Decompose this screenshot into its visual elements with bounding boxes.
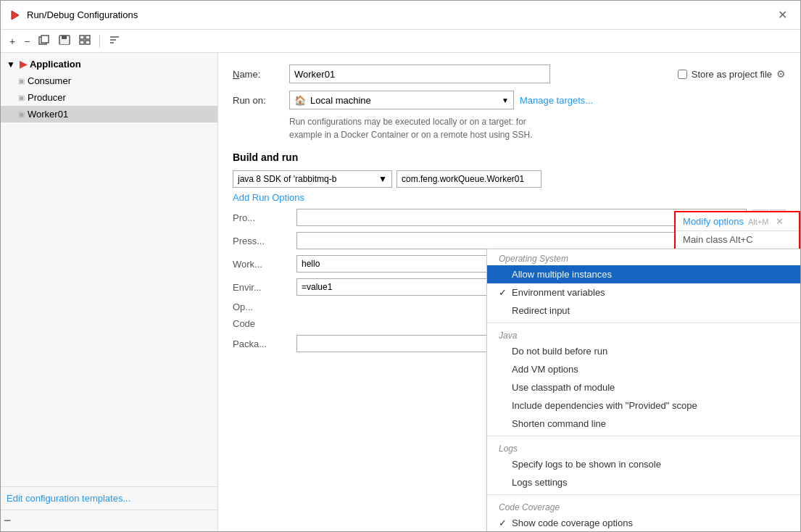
sdk-value: java 8 SDK of 'rabbitmq-b <box>238 174 336 184</box>
class-dropdown[interactable]: com.feng.workQueue.Worker01 <box>397 170 541 188</box>
store-project-file-label: Store as project file <box>692 69 772 80</box>
title-bar-left: Run/Debug Configurations <box>9 9 138 21</box>
menu-item-specify-logs-label: Specify logs to be shown in console <box>512 459 661 470</box>
right-panel: Name: Store as project file ⚙ Run on: 🏠 … <box>218 53 800 531</box>
tree-group-label: Application <box>30 59 81 70</box>
menu-item-logs-settings[interactable]: Logs settings ▶ <box>487 473 800 491</box>
menu-item-do-not-build-label: Do not build before run <box>512 346 607 357</box>
add-run-options-row: Add Run Options <box>233 192 786 203</box>
logs-section-header: Logs <box>487 439 800 455</box>
copy-config-button[interactable] <box>36 33 53 49</box>
menu-item-do-not-build[interactable]: Do not build before run <box>487 342 800 360</box>
menu-item-allow-multiple-label: Allow multiple instances <box>512 269 612 280</box>
sdk-dropdown[interactable]: java 8 SDK of 'rabbitmq-b ▼ <box>233 170 392 188</box>
env-label: Envir... <box>233 282 291 293</box>
main-window: Run/Debug Configurations ✕ + − <box>0 0 801 532</box>
build-run-title: Build and run <box>233 151 786 163</box>
worker01-icon: ▣ <box>18 110 25 118</box>
dropdown-menu: Operating System Allow multiple instance… <box>486 249 800 531</box>
run-on-value: Local machine <box>310 95 371 106</box>
tree-group-application[interactable]: ▼ ▶ Application <box>1 56 217 72</box>
producer-icon: ▣ <box>18 93 25 101</box>
package-label: Packa... <box>233 338 291 349</box>
class-value: com.feng.workQueue.Worker01 <box>402 174 524 184</box>
menu-item-include-deps[interactable]: Include dependencies with "Provided" sco… <box>487 396 800 415</box>
checkmark-env-vars: ✓ <box>499 287 510 298</box>
sidebar-footer: Edit configuration templates... <box>1 486 217 510</box>
menu-item-shorten-cmd[interactable]: Shorten command line <box>487 415 800 433</box>
sdk-row: java 8 SDK of 'rabbitmq-b ▼ com.feng.wor… <box>233 170 786 188</box>
move-to-group-button[interactable] <box>76 33 94 49</box>
modify-options-link[interactable]: Modify options <box>683 216 744 227</box>
toolbar: + − <box>1 30 800 53</box>
run-on-row: Run on: 🏠 Local machine ▼ Manage targets… <box>233 91 786 109</box>
tree-item-worker01[interactable]: ▣ Worker01 <box>1 106 217 122</box>
tree-item-label-producer: Producer <box>28 92 66 103</box>
main-content: ▼ ▶ Application ▣ Consumer ▣ Producer ▣ <box>1 53 800 531</box>
code-label: Code <box>233 318 291 329</box>
application-icon: ▶ <box>20 59 27 70</box>
copy-icon <box>38 35 50 45</box>
consumer-icon: ▣ <box>18 77 25 85</box>
title-bar: Run/Debug Configurations ✕ <box>1 1 800 30</box>
sidebar-spacer <box>1 273 217 486</box>
remove-config-button[interactable]: − <box>21 34 33 49</box>
sort-button[interactable] <box>106 33 123 49</box>
main-class-option[interactable]: Main class Alt+C <box>676 231 799 248</box>
toolbar-separator <box>99 35 100 48</box>
checkmark-show-coverage: ✓ <box>499 518 510 528</box>
os-section-header: Operating System <box>487 249 800 265</box>
menu-item-env-vars[interactable]: ✓ Environment variables <box>487 283 800 302</box>
sdk-dropdown-arrow: ▼ <box>378 174 387 184</box>
sidebar-expand-button[interactable]: − <box>4 513 12 528</box>
tree-item-consumer[interactable]: ▣ Consumer <box>1 72 217 89</box>
name-input[interactable] <box>289 65 550 83</box>
store-checkbox-row: Store as project file ⚙ <box>678 68 786 80</box>
sidebar-bottom-bar: − <box>1 510 217 531</box>
tree-item-producer[interactable]: ▣ Producer <box>1 89 217 106</box>
sort-icon <box>109 35 120 45</box>
separator-2 <box>487 436 800 436</box>
java-section-header: Java <box>487 326 800 342</box>
press-label: Press... <box>233 236 291 246</box>
svg-rect-9 <box>80 41 84 44</box>
run-on-label: Run on: <box>233 95 283 106</box>
app-icon <box>9 9 21 21</box>
menu-item-show-coverage[interactable]: ✓ Show code coverage options <box>487 514 800 531</box>
save-button[interactable] <box>56 33 73 49</box>
modify-options-header: Modify options Alt+M ✕ <box>676 212 799 231</box>
dropdown-arrow-icon: ▼ <box>502 96 509 104</box>
close-button[interactable]: ✕ <box>773 7 792 23</box>
menu-item-env-vars-label: Environment variables <box>512 287 605 298</box>
tree-item-label-consumer: Consumer <box>28 75 71 86</box>
house-icon: 🏠 <box>294 95 306 106</box>
move-icon <box>79 35 91 45</box>
open-option-label: Op... <box>233 302 291 312</box>
add-run-options-button[interactable]: Add Run Options <box>233 192 304 203</box>
add-config-button[interactable]: + <box>7 34 18 49</box>
description-text: Run configurations may be executed local… <box>289 115 786 141</box>
program-label: Pro... <box>233 212 291 223</box>
edit-templates-link[interactable]: Edit configuration templates... <box>7 493 130 504</box>
menu-item-use-classpath-label: Use classpath of module <box>512 382 615 393</box>
menu-item-add-vm[interactable]: Add VM options Alt+V <box>487 360 800 378</box>
cross-icon: ✕ <box>776 216 784 227</box>
menu-item-redirect-input[interactable]: Redirect input <box>487 302 800 320</box>
window-title: Run/Debug Configurations <box>27 9 138 20</box>
expand-icon: ▼ <box>7 59 15 70</box>
run-on-dropdown[interactable]: 🏠 Local machine ▼ <box>289 91 514 109</box>
separator-1 <box>487 323 800 323</box>
svg-marker-0 <box>12 11 19 20</box>
menu-item-logs-settings-label: Logs settings <box>512 477 568 488</box>
menu-item-use-classpath[interactable]: Use classpath of module Alt+O <box>487 378 800 396</box>
menu-item-specify-logs[interactable]: Specify logs to be shown in console <box>487 455 800 473</box>
working-dir-label: Work... <box>233 259 291 270</box>
sidebar: ▼ ▶ Application ▣ Consumer ▣ Producer ▣ <box>1 53 218 531</box>
store-project-file-checkbox[interactable] <box>678 70 687 79</box>
modify-options-shortcut: Alt+M <box>748 217 768 226</box>
menu-item-allow-multiple[interactable]: Allow multiple instances Alt+U <box>487 265 800 283</box>
tree-item-label-worker01: Worker01 <box>28 109 68 120</box>
manage-targets-link[interactable]: Manage targets... <box>520 95 593 106</box>
gear-icon[interactable]: ⚙ <box>776 68 786 80</box>
sidebar-tree: ▼ ▶ Application ▣ Consumer ▣ Producer ▣ <box>1 53 217 273</box>
